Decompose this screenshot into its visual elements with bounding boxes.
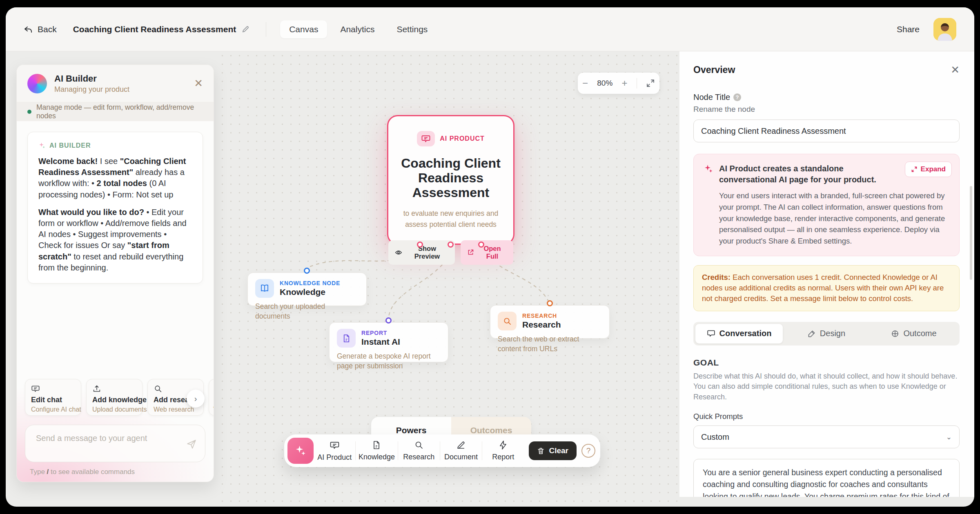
avatar[interactable] bbox=[933, 18, 956, 41]
edit-chat-card[interactable]: Edit chat Configure AI chat bbox=[25, 379, 81, 416]
input-port[interactable] bbox=[547, 300, 553, 306]
trash-icon bbox=[537, 447, 545, 455]
tab-settings[interactable]: Settings bbox=[388, 20, 437, 38]
add-knowledge-card[interactable]: Add knowledge Upload documents bbox=[86, 379, 143, 416]
toolbar-item-document[interactable]: Document bbox=[440, 440, 482, 461]
node-title: Research bbox=[522, 320, 561, 330]
goal-description: Describe what this AI should do, what it… bbox=[693, 371, 960, 403]
expand-button[interactable]: Expand bbox=[905, 162, 952, 177]
document-icon bbox=[372, 440, 381, 450]
builder-subtitle: Managing your product bbox=[54, 85, 129, 94]
node-research[interactable]: RESEARCH Research Search the web or extr… bbox=[490, 305, 610, 339]
tab-label: Design bbox=[820, 329, 845, 338]
goal-heading: GOAL bbox=[693, 358, 960, 368]
credits-notice: Credits: Each conversation uses 1 credit… bbox=[693, 265, 960, 311]
node-title-input[interactable] bbox=[693, 120, 960, 142]
clear-label: Clear bbox=[549, 446, 568, 455]
toolbar-item-report[interactable]: Report bbox=[482, 440, 524, 461]
pen-icon bbox=[808, 330, 816, 338]
output-port[interactable] bbox=[448, 241, 454, 248]
node-description: Search your uploaded documents bbox=[255, 302, 359, 321]
help-icon[interactable]: ? bbox=[581, 444, 595, 458]
toolbar-item-ai-product[interactable]: AI Product bbox=[314, 440, 355, 462]
toolbar-item-label: Research bbox=[403, 453, 434, 461]
status-dot bbox=[27, 110, 31, 114]
tab-conversation[interactable]: Conversation bbox=[695, 324, 783, 343]
toolbar-item-knowledge[interactable]: Knowledge bbox=[356, 440, 397, 461]
zoom-level: 80% bbox=[597, 79, 612, 88]
node-knowledge[interactable]: KNOWLEDGE NODE Knowledge Search your upl… bbox=[247, 273, 367, 306]
node-title: Instant AI bbox=[361, 337, 400, 347]
action-subtitle: Web research bbox=[154, 406, 198, 413]
more-action-card[interactable]: Visu bbox=[209, 379, 214, 416]
message-paragraph: Welcome back! I see "Coaching Client Rea… bbox=[38, 156, 192, 200]
back-button[interactable]: Back bbox=[24, 24, 57, 34]
open-full-button[interactable]: Open Full bbox=[461, 240, 513, 265]
node-ai-product[interactable]: AI PRODUCT Coaching Client Readiness Ass… bbox=[387, 115, 514, 245]
chat-bubble-icon bbox=[417, 131, 435, 146]
node-badge-label: AI PRODUCT bbox=[440, 135, 485, 142]
toolbar-item-label: AI Product bbox=[317, 453, 352, 462]
chat-bubble-icon bbox=[330, 440, 340, 450]
node-title: Knowledge bbox=[280, 287, 340, 297]
tab-canvas[interactable]: Canvas bbox=[280, 20, 327, 38]
close-icon[interactable]: ✕ bbox=[194, 77, 203, 90]
back-label: Back bbox=[38, 24, 57, 34]
node-instant-ai[interactable]: REPORT Instant AI Generate a bespoke AI … bbox=[329, 322, 448, 362]
edit-title-icon[interactable] bbox=[242, 25, 249, 33]
tab-label: Conversation bbox=[719, 329, 772, 338]
panel-title: Overview bbox=[693, 64, 735, 75]
toolbar-item-research[interactable]: Research bbox=[398, 440, 440, 461]
goal-prompt-textarea[interactable]: You are a senior general business expert… bbox=[693, 459, 960, 497]
search-icon bbox=[414, 440, 424, 450]
close-icon[interactable]: ✕ bbox=[951, 64, 960, 76]
upload-icon bbox=[92, 384, 136, 393]
chat-area[interactable]: AI BUILDER Welcome back! I see "Coaching… bbox=[17, 121, 214, 379]
tab-design[interactable]: Design bbox=[783, 324, 870, 343]
chat-bubble-icon bbox=[707, 329, 715, 338]
fullscreen-icon[interactable] bbox=[646, 79, 655, 88]
document-icon bbox=[213, 384, 214, 393]
zoom-in-button[interactable]: + bbox=[622, 78, 628, 88]
message-paragraph: What would you like to do? • Edit your f… bbox=[38, 207, 192, 273]
clear-button[interactable]: Clear bbox=[529, 441, 577, 460]
agent-message-input[interactable] bbox=[25, 425, 205, 462]
send-icon[interactable] bbox=[186, 439, 197, 450]
show-preview-label: Show Preview bbox=[406, 245, 448, 260]
sparkle-icon bbox=[38, 142, 46, 149]
tab-analytics[interactable]: Analytics bbox=[331, 20, 383, 38]
divider bbox=[637, 78, 637, 89]
quick-prompts-value: Custom bbox=[701, 432, 729, 442]
tab-label: Outcome bbox=[903, 329, 936, 338]
action-subtitle: Configure AI chat bbox=[31, 406, 75, 413]
toolbar-item-label: Report bbox=[492, 453, 514, 461]
output-port[interactable] bbox=[478, 241, 484, 248]
external-link-icon bbox=[467, 249, 474, 256]
scrollbar[interactable] bbox=[970, 186, 972, 280]
expand-icon bbox=[911, 166, 918, 173]
node-title-label: Node Title bbox=[693, 93, 730, 102]
node-title: Coaching Client Readiness Assessment bbox=[397, 156, 504, 200]
scroll-right-button[interactable]: › bbox=[187, 390, 205, 408]
node-badge-label: REPORT bbox=[361, 330, 400, 336]
toolbar-item-label: Knowledge bbox=[359, 453, 395, 461]
input-port[interactable] bbox=[385, 317, 392, 323]
node-toolbar: AI Product Knowledge Research Document R… bbox=[284, 434, 600, 467]
info-icon[interactable]: ? bbox=[733, 93, 741, 101]
book-icon bbox=[255, 279, 274, 298]
action-title bbox=[213, 396, 214, 404]
node-badge-label: RESEARCH bbox=[522, 312, 561, 319]
command-hint: Type / to see available commands bbox=[30, 468, 205, 476]
share-button[interactable]: Share bbox=[897, 24, 920, 34]
tab-outcome[interactable]: Outcome bbox=[870, 324, 958, 343]
overview-panel: Overview ✕ Node Title ? Rename the node … bbox=[679, 51, 974, 497]
page-title: Coaching Client Readiness Assessment bbox=[73, 24, 236, 34]
ai-sparkle-button[interactable] bbox=[287, 438, 314, 464]
sparkle-icon bbox=[704, 164, 713, 185]
chat-bubble-icon bbox=[31, 384, 75, 393]
quick-prompts-select[interactable]: Custom ⌄ bbox=[693, 425, 960, 448]
ai-builder-panel: AI Builder Managing your product ✕ Manag… bbox=[16, 64, 214, 482]
node-badge: AI PRODUCT bbox=[388, 131, 513, 146]
zoom-out-button[interactable]: − bbox=[582, 78, 588, 88]
input-port[interactable] bbox=[304, 268, 310, 274]
